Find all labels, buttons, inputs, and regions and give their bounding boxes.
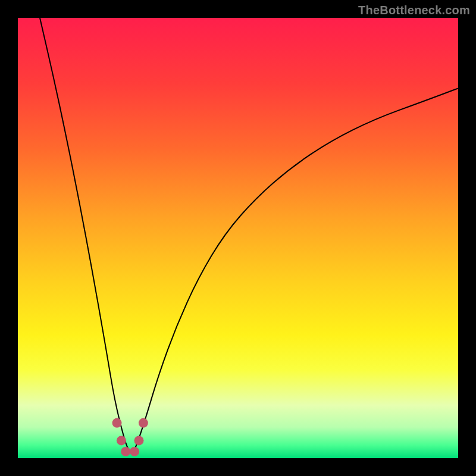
valley-marker bbox=[139, 418, 148, 428]
watermark-text: TheBottleneck.com bbox=[358, 4, 470, 17]
plot-area bbox=[18, 18, 458, 458]
valley-marker bbox=[112, 418, 122, 428]
marker-group bbox=[112, 418, 148, 456]
valley-marker bbox=[117, 436, 126, 445]
curve-layer bbox=[18, 18, 458, 458]
chart-frame: TheBottleneck.com bbox=[0, 0, 476, 476]
valley-marker bbox=[134, 436, 144, 445]
bottleneck-curve bbox=[40, 18, 458, 452]
valley-marker bbox=[121, 447, 130, 456]
valley-marker bbox=[130, 447, 139, 456]
